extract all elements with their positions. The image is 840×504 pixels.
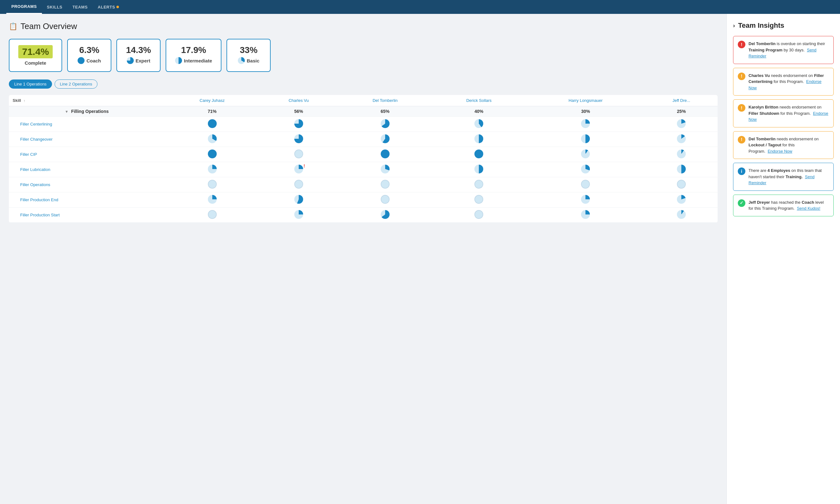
stat-card-complete[interactable]: 71.4% Complete — [9, 39, 62, 72]
pie-ops-jeff — [677, 180, 686, 188]
nav-alerts[interactable]: ALERTS — [93, 0, 124, 14]
pie-lub-charles — [294, 165, 303, 174]
cell-centerlining-harry — [526, 117, 645, 132]
nav-programs[interactable]: PROGRAMS — [6, 0, 42, 14]
insight-bold: 4 Employes — [767, 168, 790, 173]
table-row-operations: Filler Operations — [9, 177, 718, 192]
stat-label-coach: Coach — [77, 57, 101, 64]
insight-icon-karolyn-endorse: ! — [738, 104, 745, 112]
nav-skills[interactable]: SKILLS — [42, 0, 68, 14]
cell-lub-charles: ! — [259, 162, 338, 177]
pie-cip-derick — [475, 149, 483, 158]
skill-name-centerlining[interactable]: Filler Centerlining — [9, 117, 165, 132]
basic-pie-icon — [238, 57, 245, 64]
cell-ps-del — [338, 208, 432, 223]
pie-pe-carey — [208, 195, 217, 204]
group-row-filling-ops[interactable]: ▾ Filling Operations 71% 56% 65% 40% 30%… — [9, 106, 718, 117]
nav-teams[interactable]: TEAMS — [68, 0, 93, 14]
cell-changeover-del — [338, 132, 432, 147]
insight-bold: Karolyn Britton — [749, 105, 779, 109]
pie-ops-carey — [208, 180, 217, 188]
pie-ops-harry — [581, 180, 590, 188]
stat-value-intermediate: 17.9% — [181, 45, 206, 55]
th-charles[interactable]: Charles Vu — [259, 95, 338, 106]
skill-name-cip[interactable]: Filler CIP — [9, 147, 165, 162]
insight-link-4-employees[interactable]: Send Reminder — [749, 175, 815, 185]
group-pct-carey: 71% — [165, 106, 259, 117]
cell-ops-carey — [165, 177, 259, 192]
cell-cip-jeff — [645, 147, 718, 162]
cell-warn-lub-charles: ! — [294, 165, 303, 174]
group-pct-derick: 40% — [432, 106, 526, 117]
pie-cip-jeff — [677, 149, 686, 158]
page-title-icon: 📋 — [9, 22, 17, 31]
cell-pe-jeff — [645, 192, 718, 208]
skill-name-changeover[interactable]: Filler Changeover — [9, 132, 165, 147]
skill-name-operations[interactable]: Filler Operations — [9, 177, 165, 192]
cell-centerlining-charles — [259, 117, 338, 132]
group-label-filling-ops[interactable]: ▾ Filling Operations — [9, 106, 165, 117]
th-skill[interactable]: Skill ↑ — [9, 95, 165, 106]
insight-link-jeff-kudos[interactable]: Send Kudos! — [797, 206, 820, 211]
insight-card-jeff-coach: ✓ Jeff Dreyer has reached the Coach leve… — [733, 195, 834, 216]
cell-cip-carey — [165, 147, 259, 162]
insight-icon-del-overdue: ! — [738, 41, 745, 48]
pie-centerlining-derick — [475, 119, 483, 128]
chevron-icon: ▾ — [66, 109, 68, 114]
pie-ps-harry — [581, 210, 590, 219]
cell-cip-derick — [432, 147, 526, 162]
stat-label-basic: Basic — [238, 57, 259, 64]
pie-cip-del — [381, 149, 390, 158]
pie-lub-jeff — [677, 165, 686, 174]
cell-ps-derick — [432, 208, 526, 223]
main-layout: 📋 Team Overview 71.4% Complete 6.3% Coac… — [0, 14, 840, 504]
tab-line1[interactable]: Line 1 Operations — [9, 79, 52, 89]
cell-ps-charles — [259, 208, 338, 223]
pie-centerlining-del — [381, 119, 390, 128]
stat-label-intermediate: Intermediate — [175, 57, 212, 64]
th-derick[interactable]: Derick Sollars — [432, 95, 526, 106]
insight-link-del-lockout[interactable]: Endorse Now — [768, 149, 792, 154]
table-row-production-end: Filler Production End — [9, 192, 718, 208]
insight-text-del-lockout: Del Tomberlin needs endorsement on Locko… — [749, 136, 829, 155]
cell-ps-jeff — [645, 208, 718, 223]
skill-name-production-end[interactable]: Filler Production End — [9, 192, 165, 208]
pie-pe-derick — [475, 195, 483, 204]
th-del[interactable]: Del Tomberlin — [338, 95, 432, 106]
th-jeff[interactable]: Jeff Dre... — [645, 95, 718, 106]
cell-ps-carey — [165, 208, 259, 223]
panel-arrow-icon: › — [733, 22, 735, 29]
cell-changeover-carey — [165, 132, 259, 147]
stat-value-coach: 6.3% — [79, 45, 100, 55]
tab-line2[interactable]: Line 2 Operations — [55, 79, 98, 89]
cell-pe-del — [338, 192, 432, 208]
th-carey[interactable]: Carey Juhasz — [165, 95, 259, 106]
skill-name-production-start[interactable]: Filler Production Start — [9, 208, 165, 223]
left-content: 📋 Team Overview 71.4% Complete 6.3% Coac… — [0, 14, 727, 504]
group-pct-jeff: 25% — [645, 106, 718, 117]
th-harry[interactable]: Harry Longsmauer — [526, 95, 645, 106]
cell-ops-del — [338, 177, 432, 192]
stat-card-expert[interactable]: 14.3% Expert — [117, 39, 161, 72]
pie-changeover-del — [381, 134, 390, 143]
insight-card-charles-endorse: ! Charles Vu needs endorsement on Filler… — [733, 68, 834, 96]
stat-value-expert: 14.3% — [126, 45, 151, 55]
stat-card-coach[interactable]: 6.3% Coach — [67, 39, 111, 72]
insight-card-4-employees: i There are 4 Employes on this team that… — [733, 163, 834, 191]
stat-card-basic[interactable]: 33% Basic — [227, 39, 271, 72]
sort-icon: ↑ — [23, 99, 25, 103]
expert-pie-icon — [127, 57, 134, 64]
pie-centerlining-harry — [581, 119, 590, 128]
pie-ps-jeff — [677, 210, 686, 219]
pie-lub-derick — [475, 165, 483, 174]
cell-ops-harry — [526, 177, 645, 192]
cell-lub-del — [338, 162, 432, 177]
cell-pe-carey — [165, 192, 259, 208]
insight-bold: Charles Vu — [749, 73, 770, 78]
cell-changeover-derick — [432, 132, 526, 147]
cell-ops-jeff — [645, 177, 718, 192]
skill-name-lubrication[interactable]: Filler Lubrication — [9, 162, 165, 177]
pie-changeover-charles — [294, 134, 303, 143]
stat-card-intermediate[interactable]: 17.9% Intermediate — [166, 39, 221, 72]
pie-lub-carey — [208, 165, 217, 174]
